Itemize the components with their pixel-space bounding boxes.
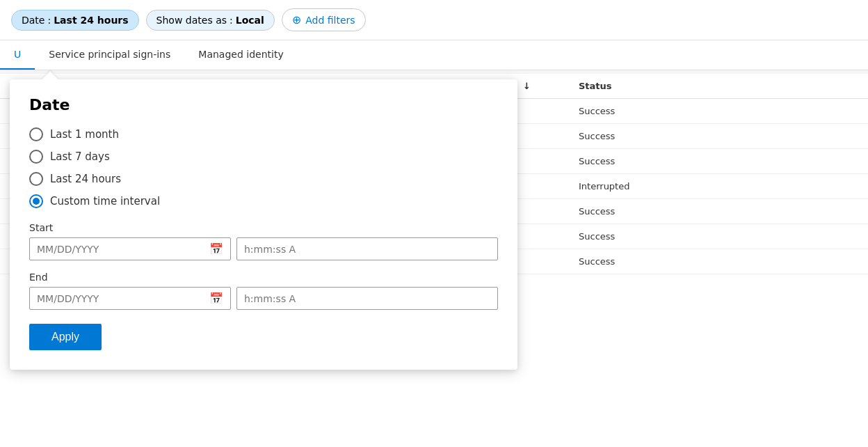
cell-spacer [523, 231, 579, 242]
end-date-input[interactable] [37, 293, 207, 304]
radio-circle-last24hours [29, 172, 43, 186]
col-status-label: Status [579, 81, 612, 91]
cell-spacer [523, 106, 579, 116]
apply-button[interactable]: Apply [29, 324, 102, 350]
cell-status: Success [579, 231, 732, 242]
radio-last24hours[interactable]: Last 24 hours [29, 172, 498, 186]
panel-title: Date [29, 96, 498, 113]
tab-managed-identity[interactable]: Managed identity [184, 40, 297, 70]
main-area: U Service principal sign-ins Managed ide… [0, 40, 868, 447]
show-dates-value: Local [236, 15, 264, 26]
end-label: End [29, 272, 498, 283]
tab-service-principal[interactable]: Service principal sign-ins [35, 40, 184, 70]
show-dates-separator: : [230, 15, 233, 26]
radio-label-last24hours: Last 24 hours [50, 173, 121, 185]
date-filter-chip[interactable]: Date : Last 24 hours [11, 10, 139, 31]
show-dates-label: Show dates as [156, 15, 227, 26]
cell-status: Success [579, 156, 732, 166]
radio-label-last7days: Last 7 days [50, 150, 110, 163]
date-chip-value: Last 24 hours [54, 15, 128, 26]
add-filters-icon: ⊕ [292, 13, 301, 26]
radio-custom[interactable]: Custom time interval [29, 194, 498, 208]
start-calendar-icon[interactable]: 📅 [209, 242, 223, 256]
end-calendar-icon[interactable]: 📅 [209, 292, 223, 305]
radio-circle-last7days [29, 150, 43, 164]
start-time-input-wrap[interactable] [236, 237, 498, 260]
date-dropdown-panel: Date Last 1 month Last 7 days Last 24 ho… [10, 79, 517, 370]
tabs-row: U Service principal sign-ins Managed ide… [0, 40, 868, 70]
cell-status: Success [579, 131, 732, 141]
cell-spacer [523, 256, 579, 267]
start-date-input-wrap[interactable]: 📅 [29, 237, 231, 260]
tab-service-principal-label: Service principal sign-ins [49, 49, 170, 60]
col-sort-label: ↓ [523, 81, 531, 91]
cell-extra [732, 206, 857, 217]
col-header-extra [732, 81, 857, 91]
col-header-sort[interactable]: ↓ [523, 81, 579, 91]
radio-label-last1month: Last 1 month [50, 128, 119, 141]
date-chip-label: Date [22, 15, 45, 26]
end-time-input-wrap[interactable] [236, 287, 498, 310]
cell-status: Success [579, 256, 732, 267]
end-date-row: 📅 [29, 287, 498, 310]
cell-extra [732, 156, 857, 166]
start-date-row: 📅 [29, 237, 498, 260]
cell-status: Success [579, 206, 732, 217]
start-date-input[interactable] [37, 244, 207, 255]
radio-circle-last1month [29, 127, 43, 141]
tab-user-label: U [14, 49, 21, 60]
radio-label-custom: Custom time interval [50, 195, 160, 207]
cell-extra [732, 106, 857, 116]
add-filters-button[interactable]: ⊕ Add filters [282, 8, 366, 31]
cell-spacer [523, 206, 579, 217]
start-time-input[interactable] [244, 244, 490, 255]
show-dates-chip[interactable]: Show dates as : Local [146, 10, 275, 31]
add-filters-label: Add filters [305, 15, 355, 26]
tab-user[interactable]: U [0, 40, 35, 70]
date-chip-separator: : [47, 15, 51, 26]
filter-bar: Date : Last 24 hours Show dates as : Loc… [0, 0, 868, 40]
cell-extra [732, 131, 857, 141]
radio-circle-custom [29, 194, 43, 208]
radio-last1month[interactable]: Last 1 month [29, 127, 498, 141]
tab-managed-identity-label: Managed identity [198, 49, 283, 60]
date-section: Start 📅 End 📅 Apply [29, 222, 498, 350]
col-header-status: Status [579, 81, 732, 91]
cell-spacer [523, 156, 579, 166]
radio-group: Last 1 month Last 7 days Last 24 hours C… [29, 127, 498, 208]
radio-last7days[interactable]: Last 7 days [29, 150, 498, 164]
end-date-input-wrap[interactable]: 📅 [29, 287, 231, 310]
cell-extra [732, 181, 857, 191]
radio-inner-custom [33, 198, 40, 205]
cell-spacer [523, 131, 579, 141]
cell-status: Interrupted [579, 181, 732, 191]
start-label: Start [29, 222, 498, 233]
cell-spacer [523, 181, 579, 191]
cell-extra [732, 231, 857, 242]
cell-status: Success [579, 106, 732, 116]
end-time-input[interactable] [244, 293, 490, 304]
cell-extra [732, 256, 857, 267]
